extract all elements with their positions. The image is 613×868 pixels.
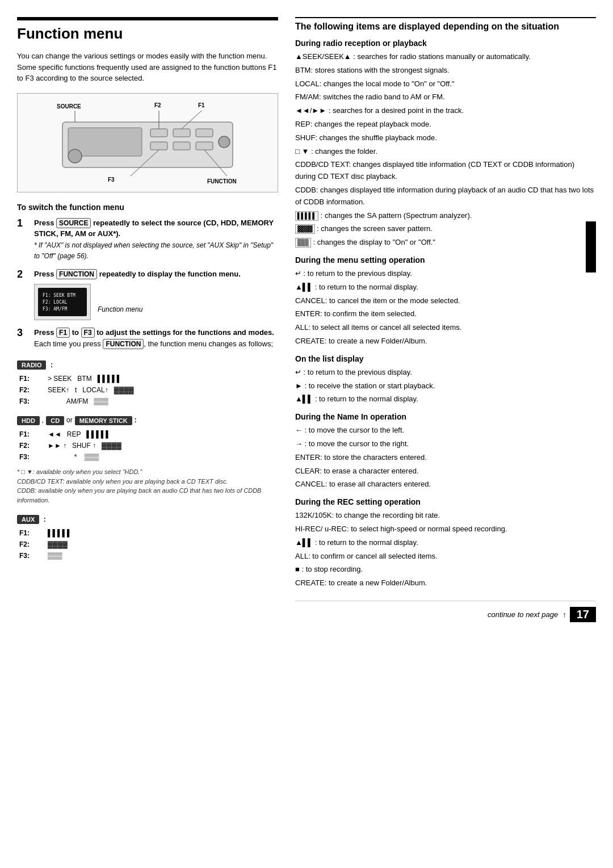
f2-label: F2: <box>17 539 45 550</box>
f1-value: > SEEK BTM ▌▌▌▌▌ <box>45 373 278 384</box>
step-1: 1 Press SOURCE repeatedly to select the … <box>17 217 278 262</box>
f3-value: ▒▒▒ <box>45 550 278 561</box>
radio-subtitle: During radio reception or playback <box>295 39 596 48</box>
f3-label: F3: <box>17 550 45 561</box>
f2-value: ►► ↑ SHUF ↑ ▓▓▓▓ <box>45 440 278 451</box>
rec-items: 132K/105K: to change the recording bit r… <box>295 510 596 589</box>
f3-key: F3 <box>81 328 95 338</box>
intro-paragraph: You can change the various settings or m… <box>17 51 278 84</box>
f1-label: F1: <box>17 373 45 384</box>
step-3: 3 Press F1 to F3 to adjust the settings … <box>17 327 278 349</box>
radio-badge: RADIO <box>17 360 46 370</box>
svg-text:F3: AM/FM: F3: AM/FM <box>43 307 68 312</box>
svg-rect-7 <box>196 142 213 150</box>
list-section-right: On the list display ↵ : to return to the… <box>295 354 596 405</box>
svg-rect-2 <box>150 129 167 137</box>
radio-items: ▲SEEK/SEEK▲ : searches for radio station… <box>295 51 596 249</box>
switch-title: To switch the function menu <box>17 203 278 212</box>
svg-text:FUNCTION: FUNCTION <box>207 178 237 184</box>
svg-rect-6 <box>173 142 190 150</box>
continue-arrow: ↑ <box>562 610 566 619</box>
svg-text:F2: LOCAL: F2: LOCAL <box>43 300 68 305</box>
step-1-number: 1 <box>17 217 30 262</box>
function-key: FUNCTION <box>56 269 97 279</box>
f3-value: * ▒▒▒ <box>45 451 278 463</box>
spectrum-icon: ▌▌▌▌▌ <box>295 211 318 221</box>
f3-label: F3: <box>17 451 45 463</box>
namein-section-right: During the Name In operation ← : to move… <box>295 412 596 490</box>
svg-point-9 <box>219 136 230 148</box>
function-menu-caption: Function menu <box>98 304 142 315</box>
aux-function-table: F1: ▌▌▌▌▌ F2: ▓▓▓▓ F3: ▒▒▒ <box>17 527 278 561</box>
f1-value: ▌▌▌▌▌ <box>45 527 278 539</box>
svg-rect-5 <box>150 142 167 150</box>
aux-badge: AUX <box>17 515 39 524</box>
svg-text:SOURCE: SOURCE <box>57 103 81 110</box>
step-3-number: 3 <box>17 327 30 349</box>
f2-value: ▓▓▓▓ <box>45 539 278 550</box>
f3-value: AM/FM ▒▒▒ <box>45 396 278 407</box>
menu-items: ↵ : to return to the previous display. ▲… <box>295 268 596 347</box>
svg-text:F1: SEEK  BTM: F1: SEEK BTM <box>43 293 75 298</box>
black-sidebar <box>586 221 596 272</box>
step-1-content: Press SOURCE repeatedly to select the so… <box>34 217 278 262</box>
radio-colon: : <box>51 361 53 369</box>
menu-subtitle: During the menu setting operation <box>295 255 596 265</box>
aux-colon: : <box>44 515 46 523</box>
or-label: or <box>66 416 73 424</box>
rec-section-right: During the REC setting operation 132K/10… <box>295 497 596 589</box>
source-key: SOURCE <box>56 218 91 228</box>
hdd-cd-section-header: HDD , CD or MEMORY STICK : <box>17 412 278 429</box>
table-row: F2: ►► ↑ SHUF ↑ ▓▓▓▓ <box>17 440 278 451</box>
f2-label: F2: <box>17 384 45 396</box>
hdd-colon: : <box>135 416 137 424</box>
f1-key: F1 <box>56 328 70 338</box>
aux-section: AUX : F1: ▌▌▌▌▌ F2: ▓▓▓▓ F3: ▒▒▒ <box>17 510 278 561</box>
f2-label: F2: <box>17 440 45 451</box>
hdd-badge: HDD <box>17 416 40 425</box>
right-column: The following items are displayed depend… <box>295 17 596 851</box>
comma: , <box>42 416 44 424</box>
rec-subtitle: During the REC setting operation <box>295 497 596 506</box>
step-3-content: Press F1 to F3 to adjust the settings fo… <box>34 327 278 349</box>
svg-point-8 <box>68 149 82 163</box>
svg-rect-3 <box>173 129 190 137</box>
menu-preview-svg: F1: SEEK BTM F2: LOCAL F3: AM/FM <box>37 287 88 317</box>
screensaver-icon: ▓▓▓▓ <box>295 224 315 234</box>
page-number-row: continue to next page ↑ 17 <box>295 601 596 622</box>
page-number: 17 <box>570 607 596 622</box>
page-title: Function menu <box>17 17 278 43</box>
list-items: ↵ : to return to the previous display. ►… <box>295 367 596 405</box>
radio-section: RADIO : F1: > SEEK BTM ▌▌▌▌▌ F2: SEEK↑ t… <box>17 356 278 407</box>
step-2-content: Press FUNCTION repeatedly to display the… <box>34 269 278 321</box>
svg-rect-4 <box>196 129 213 137</box>
table-row: F3: ▒▒▒ <box>17 550 278 561</box>
table-row: F3: AM/FM ▒▒▒ <box>17 396 278 407</box>
table-row: F1: ◄◄ REP ▌▌▌▌▌ <box>17 429 278 440</box>
svg-text:F1: F1 <box>198 102 205 108</box>
device-diagram: SOURCE F2 F1 F3 FUNCTION <box>17 93 278 192</box>
f1-label: F1: <box>17 527 45 539</box>
radio-function-table: F1: > SEEK BTM ▌▌▌▌▌ F2: SEEK↑ t LOCAL↑ … <box>17 373 278 407</box>
radio-section-right: During radio reception or playback ▲SEEK… <box>295 39 596 249</box>
svg-text:F3: F3 <box>108 177 115 183</box>
left-column: Function menu You can change the various… <box>17 17 278 851</box>
f1-value: ◄◄ REP ▌▌▌▌▌ <box>45 429 278 440</box>
menu-section-right: During the menu setting operation ↵ : to… <box>295 255 596 347</box>
f1-label: F1: <box>17 429 45 440</box>
f2-value: SEEK↑ t LOCAL↑ ▓▓▓▓ <box>45 384 278 396</box>
hdd-footnotes: * □ ▼: available only when you select "H… <box>17 467 278 505</box>
table-row: F1: > SEEK BTM ▌▌▌▌▌ <box>17 373 278 384</box>
namein-items: ← : to move the cursor to the left. → : … <box>295 425 596 490</box>
table-row: F2: ▓▓▓▓ <box>17 539 278 550</box>
table-row: F1: ▌▌▌▌▌ <box>17 527 278 539</box>
table-row: F3: * ▒▒▒ <box>17 451 278 463</box>
display-icon: ▒▒▒ <box>295 238 311 248</box>
function-menu-preview: F1: SEEK BTM F2: LOCAL F3: AM/FM <box>34 284 91 320</box>
cd-badge: CD <box>46 416 64 425</box>
step-2-number: 2 <box>17 269 30 321</box>
right-section-title: The following items are displayed depend… <box>295 17 596 32</box>
namein-subtitle: During the Name In operation <box>295 412 596 421</box>
f3-label: F3: <box>17 396 45 407</box>
memory-badge: MEMORY STICK <box>75 416 132 425</box>
